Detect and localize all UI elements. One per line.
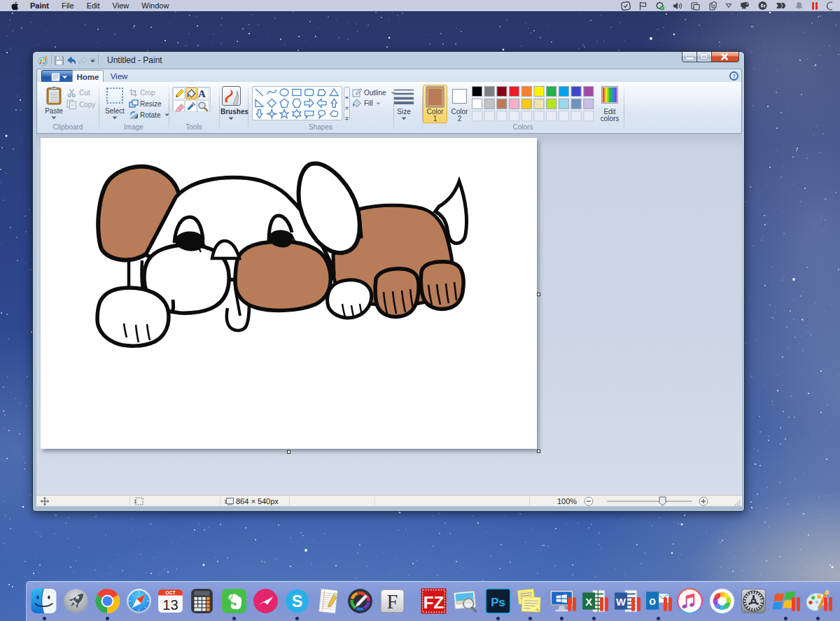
svg-text:OCT: OCT xyxy=(165,590,176,595)
svg-text:X: X xyxy=(585,596,592,608)
svg-text:o: o xyxy=(649,595,656,607)
svg-text:Ps: Ps xyxy=(491,596,505,609)
svg-text:W: W xyxy=(616,596,626,608)
svg-text:?: ? xyxy=(732,73,736,80)
svg-text:1: 1 xyxy=(224,498,227,505)
svg-text:13: 13 xyxy=(162,597,178,613)
svg-text:FZ: FZ xyxy=(424,593,444,612)
svg-text:S: S xyxy=(292,592,303,610)
svg-text:1: 1 xyxy=(134,498,137,505)
svg-text:F: F xyxy=(387,591,398,613)
